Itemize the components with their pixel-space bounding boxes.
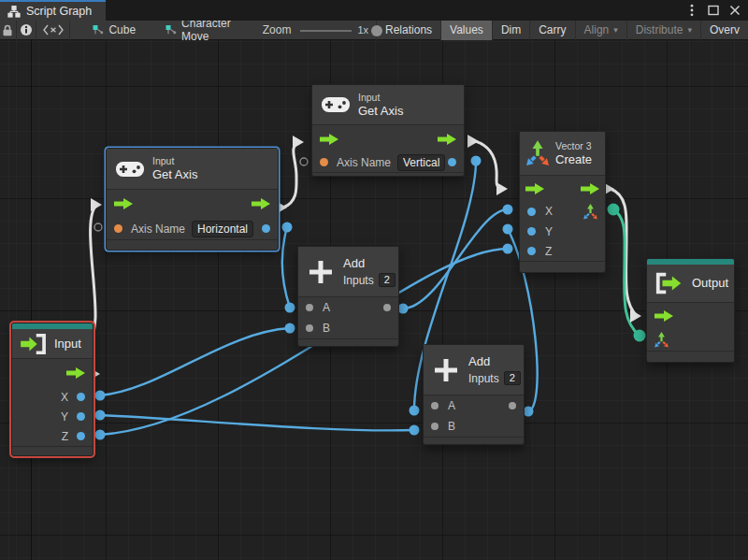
flow-out-arrow-icon[interactable]	[438, 134, 456, 145]
port-label: X	[545, 205, 553, 218]
vector3-in-port-icon[interactable]	[654, 332, 669, 348]
graph-breadcrumb-label: Character Move	[181, 17, 231, 43]
node-title: Create	[555, 152, 592, 167]
node-vector3-create[interactable]: Vector 3 Create X	[519, 131, 606, 273]
float-out-port-dot[interactable]	[448, 158, 456, 166]
zoom-slider-handle[interactable]	[371, 25, 382, 36]
close-icon[interactable]	[728, 4, 741, 17]
input-bracket-icon	[20, 333, 48, 355]
float-out-port-dot[interactable]	[77, 432, 85, 440]
carry-button[interactable]: Carry	[529, 21, 574, 40]
wire-input-y-to-add2-b[interactable]	[100, 415, 414, 430]
flow-in-arrow-icon[interactable]	[525, 183, 544, 194]
wire-flow-vertical-to-create[interactable]	[475, 141, 503, 189]
flow-in-arrow-icon[interactable]	[654, 310, 673, 322]
align-dropdown[interactable]: Align▾	[575, 21, 626, 40]
string-port-dot[interactable]	[320, 158, 328, 166]
port-row-a: A	[424, 395, 524, 416]
output-bracket-icon	[654, 271, 684, 295]
wire-horizontal-value-to-add1-a[interactable]	[282, 227, 290, 308]
flow-in-arrow-icon[interactable]	[320, 134, 338, 145]
node-graph-input[interactable]: Input X Y Z	[11, 323, 94, 456]
window-controls	[685, 0, 748, 21]
node-header[interactable]: Vector 3 Create	[520, 132, 605, 176]
axis-name-field[interactable]: Horizontal	[192, 221, 253, 237]
overview-button[interactable]: Overv	[700, 21, 748, 40]
node-header[interactable]: Add Inputs 2	[298, 247, 398, 297]
dim-button[interactable]: Dim	[492, 21, 529, 40]
maximize-icon[interactable]	[707, 4, 720, 17]
param-label: Axis Name	[131, 223, 185, 236]
node-header[interactable]: Input Get Axis	[107, 149, 278, 190]
float-out-port-dot[interactable]	[262, 224, 270, 233]
node-title: Get Axis	[358, 104, 403, 119]
flow-out-arrow-icon[interactable]	[252, 198, 270, 209]
output-port-dot[interactable]	[383, 304, 391, 311]
node-header[interactable]: Add Inputs 2	[424, 345, 524, 395]
state-graph-icon	[93, 24, 104, 36]
node-header[interactable]: Input	[12, 329, 93, 359]
relations-label: Relations	[385, 23, 432, 36]
node-get-axis-horizontal[interactable]: Input Get Axis Axis Name Horizontal	[106, 148, 279, 251]
graph-canvas[interactable]: Input Get Axis Axis Name Vertical	[0, 40, 748, 560]
vector3-out-port-icon[interactable]	[583, 204, 597, 220]
wire-input-x-to-add1-b[interactable]	[100, 328, 290, 395]
node-category: Vector 3	[555, 140, 592, 152]
code-brackets-icon	[43, 24, 64, 36]
wire-vector-create-to-output[interactable]	[613, 209, 640, 336]
graph-breadcrumb-character-move[interactable]: Character Move	[156, 21, 240, 40]
flow-port-row	[107, 190, 278, 218]
distribute-dropdown[interactable]: Distribute▾	[626, 21, 700, 40]
chevron-down-icon: ▾	[687, 25, 692, 35]
lock-button[interactable]	[0, 21, 17, 40]
axis-name-field[interactable]: Vertical	[397, 154, 445, 171]
wire-flow-horizontal-to-vertical[interactable]	[283, 142, 299, 208]
graph-breadcrumb-cube[interactable]: Cube	[83, 21, 145, 40]
node-add-2[interactable]: Add Inputs 2 A B	[423, 344, 525, 445]
port-label: Y	[61, 410, 68, 424]
zoom-slider[interactable]	[300, 21, 352, 40]
inputs-count-field[interactable]: 2	[504, 371, 521, 385]
relations-button[interactable]: Relations	[376, 21, 440, 40]
wire-add1-out-to-create-x[interactable]	[403, 209, 508, 309]
flow-in-arrow-icon[interactable]	[114, 198, 133, 209]
vector-wire-dots[interactable]	[608, 204, 646, 342]
node-title: Input	[54, 337, 81, 352]
input-port-dot[interactable]	[306, 324, 313, 332]
port-row-y: Y	[12, 407, 93, 426]
lock-icon	[2, 24, 13, 36]
tab-script-graph[interactable]: Script Graph	[0, 0, 106, 21]
port-row-x: X	[520, 201, 605, 222]
node-footer	[12, 446, 93, 455]
port-row-z: Z	[12, 426, 93, 446]
input-port-dot[interactable]	[306, 304, 313, 311]
string-port-dot[interactable]	[114, 224, 122, 233]
code-view-button[interactable]	[36, 21, 71, 40]
gamepad-icon	[116, 160, 144, 179]
inputs-label: Inputs	[468, 372, 499, 385]
float-port-dot[interactable]	[527, 247, 536, 255]
float-out-port-dot[interactable]	[77, 412, 85, 421]
vector-in-port-row	[647, 328, 734, 351]
node-footer	[424, 437, 524, 445]
port-label: X	[61, 391, 68, 404]
node-footer	[298, 338, 398, 347]
float-port-dot[interactable]	[527, 227, 536, 236]
wire-flow-create-to-output[interactable]	[611, 189, 637, 316]
inputs-count-field[interactable]: 2	[379, 273, 396, 287]
float-port-dot[interactable]	[527, 208, 536, 216]
output-port-dot[interactable]	[509, 402, 516, 409]
input-port-dot[interactable]	[431, 402, 439, 409]
float-out-port-dot[interactable]	[77, 393, 85, 401]
menu-kebab-icon[interactable]	[685, 4, 698, 17]
node-header[interactable]: Input Get Axis	[312, 85, 464, 125]
flow-out-arrow-icon[interactable]	[581, 183, 599, 194]
node-header[interactable]: Output	[647, 265, 734, 303]
node-get-axis-vertical[interactable]: Input Get Axis Axis Name Vertical	[311, 84, 465, 177]
node-add-1[interactable]: Add Inputs 2 A B	[297, 246, 399, 347]
input-port-dot[interactable]	[431, 423, 439, 430]
info-button[interactable]	[17, 21, 36, 40]
flow-out-arrow-icon[interactable]	[66, 367, 85, 379]
node-graph-output[interactable]: Output	[646, 258, 735, 363]
values-button[interactable]: Values	[440, 21, 492, 40]
